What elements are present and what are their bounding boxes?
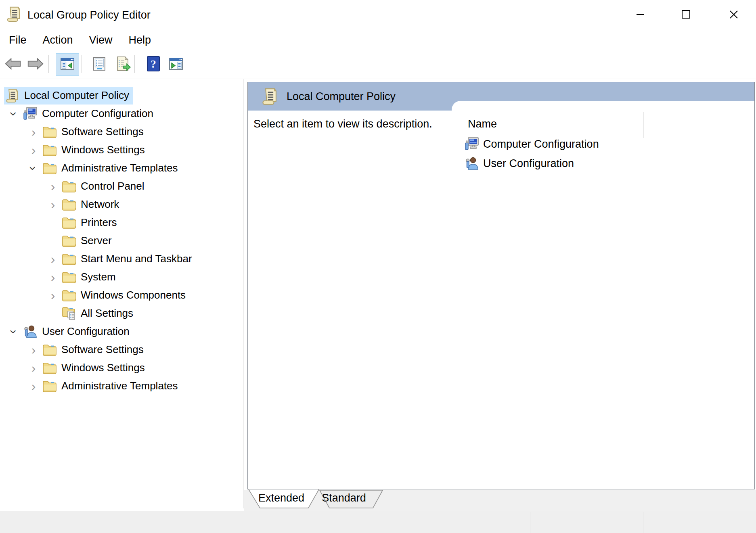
list-item-label: User Configuration [483,157,574,170]
tree-item-control-panel[interactable]: › Control Panel [0,177,243,195]
tree-item-label: User Configuration [42,325,130,338]
app-scroll-icon [6,6,23,23]
folder-all-settings-icon [61,305,77,322]
tree-item-label: Administrative Templates [61,162,178,174]
minimize-button[interactable] [631,5,650,24]
details-pane: Local Computer Policy Select an item to … [247,82,755,489]
maximize-button[interactable] [677,5,695,24]
user-configuration-icon [464,155,480,171]
tree-item-local-computer-policy[interactable]: Local Computer Policy [0,86,243,105]
list-item-user-configuration[interactable]: User Configuration [464,154,574,173]
folder-icon [42,378,57,394]
tree-item-windows-components[interactable]: › Windows Components [0,286,243,304]
menu-view[interactable]: View [81,30,121,50]
svg-text:?: ? [151,58,156,70]
export-list-icon [114,56,131,73]
show-console-tree-button[interactable] [56,53,79,76]
status-separator [530,512,530,533]
tree-item-label: System [81,271,116,283]
forward-button[interactable] [26,55,45,74]
list-item-label: Computer Configuration [483,138,599,150]
folder-icon [42,342,57,358]
tree-item-all-settings[interactable]: All Settings [0,304,243,322]
tree-item-software-settings[interactable]: › Software Settings [0,123,243,141]
tab-extended[interactable]: Extended [258,492,304,504]
expander-icon[interactable]: › [27,161,40,176]
show-action-pane-button[interactable] [166,55,186,74]
console-tree-pane: Local Computer Policy › Computer Configu… [0,79,243,508]
tab-standard[interactable]: Standard [320,492,367,504]
details-pane-header: Local Computer Policy [248,82,754,111]
tree-item-label: All Settings [81,307,133,320]
expander-icon[interactable]: › [45,289,61,302]
properties-icon [91,56,108,73]
tree-item-network[interactable]: › Network [0,195,243,213]
menu-file[interactable]: File [1,30,35,50]
folder-icon [42,360,57,376]
status-bar [0,511,756,533]
expander-icon[interactable]: › [26,125,41,138]
column-divider [643,112,644,138]
show-console-tree-icon [59,56,76,73]
tree-item-label: Computer Configuration [42,107,153,120]
expander-icon[interactable]: › [45,180,61,193]
tree-item-windows-settings[interactable]: › Windows Settings [0,141,243,159]
folder-icon [61,287,77,303]
console-tree: Local Computer Policy › Computer Configu… [0,79,243,395]
forward-icon [27,56,44,73]
tree-item-label: Administrative Templates [61,380,178,392]
tree-item-administrative-templates[interactable]: › Administrative Templates [0,159,243,177]
tree-item-software-settings[interactable]: › Software Settings [0,341,243,359]
tree-item-system[interactable]: › System [0,268,243,286]
folder-icon [42,124,57,140]
tree-item-label: Control Panel [81,180,144,192]
expander-icon[interactable]: › [8,324,21,339]
expander-icon[interactable]: › [45,198,61,211]
title-bar: Local Group Policy Editor [0,0,756,30]
menu-action[interactable]: Action [35,30,81,50]
tree-item-printers[interactable]: Printers [0,213,243,232]
details-pane-title: Local Computer Policy [287,82,396,111]
expander-icon[interactable]: › [26,144,41,157]
export-list-button[interactable] [113,55,132,74]
tree-item-administrative-templates[interactable]: › Administrative Templates [0,377,243,395]
folder-icon [42,160,57,176]
expander-icon[interactable]: › [26,343,41,356]
help-button[interactable]: ? [144,55,163,74]
expander-icon[interactable]: › [26,362,41,374]
header-notch [452,101,754,111]
list-item-computer-configuration[interactable]: Computer Configuration [464,135,599,153]
tree-item-label: Software Settings [61,125,144,138]
tree-item-start-menu-and-taskbar[interactable]: › Start Menu and Taskbar [0,250,243,268]
menu-bar: FileActionViewHelp [1,30,159,50]
expander-icon[interactable]: › [45,253,61,265]
user-icon [23,324,38,340]
tree-item-computer-configuration[interactable]: › Computer Configuration [0,105,243,123]
tree-item-user-configuration[interactable]: › User Configuration [0,322,243,341]
menu-help[interactable]: Help [121,30,159,50]
expander-icon[interactable]: › [45,271,61,284]
name-column-header[interactable]: Name [468,118,497,130]
tree-item-label: Server [81,234,112,247]
local-group-policy-editor-window: Local Group Policy Editor FileActionView… [0,0,756,533]
back-button[interactable] [3,55,23,74]
tree-item-server[interactable]: Server [0,232,243,250]
show-action-pane-icon [168,56,184,73]
window-title: Local Group Policy Editor [27,0,151,30]
description-text: Select an item to view its description. [253,118,432,130]
scroll-icon [5,88,20,104]
expander-icon[interactable]: › [26,380,41,393]
folder-icon [61,233,77,249]
folder-icon [61,178,77,194]
status-separator [643,512,643,533]
properties-button[interactable] [90,55,109,74]
expander-icon[interactable]: › [8,106,21,121]
tree-item-label: Network [81,198,119,211]
tree-item-windows-settings[interactable]: › Windows Settings [0,359,243,377]
toolbar-separator [82,55,82,73]
toolbar-separator [48,55,49,73]
close-button[interactable] [725,5,743,24]
tree-item-label: Printers [81,216,117,229]
folder-icon [61,196,77,213]
tree-item-label: Windows Settings [61,144,145,156]
